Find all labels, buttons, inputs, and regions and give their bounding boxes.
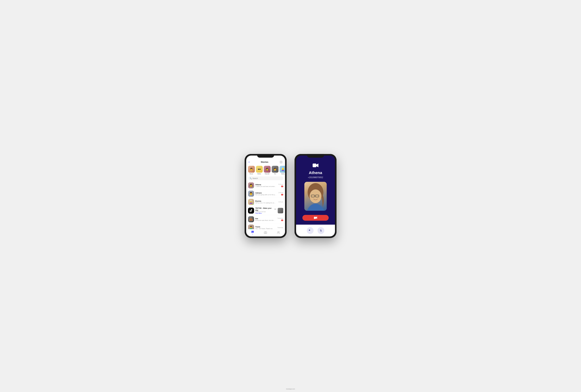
chat-item-adriano[interactable]: 👨 Adriano Are you going with us for the … bbox=[246, 190, 285, 198]
chat-avatar-athena: 👩 bbox=[248, 182, 254, 188]
camera-toggle-button[interactable] bbox=[307, 227, 314, 234]
svg-point-4 bbox=[265, 232, 266, 233]
caller-name: Athena bbox=[309, 170, 322, 175]
story-name-bedro: Bedro bbox=[258, 173, 261, 174]
svg-marker-7 bbox=[316, 164, 318, 167]
chat-preview-liza: Everyone was there, but she was standing… bbox=[255, 220, 276, 221]
chat-preview-athena: I called you and was not answered bbox=[255, 186, 276, 187]
nav-chat-tab[interactable] bbox=[251, 230, 254, 234]
story-tim[interactable]: 🧑 Tim bbox=[272, 166, 278, 174]
chat-name-travis: Travis bbox=[255, 226, 276, 228]
story-bedro[interactable]: 🕶️ Bedro bbox=[256, 166, 263, 174]
chat-info-athena: Athena I called you and was not answered bbox=[255, 184, 277, 187]
ad-subtitle: OPEN IN TIKTOK bbox=[255, 211, 276, 212]
story-name-bruce: Bruce bbox=[250, 173, 253, 174]
tiktok-logo bbox=[248, 208, 254, 214]
chat-avatar-brynna: 👩‍🦳 bbox=[248, 199, 254, 205]
chat-name-adriano: Adriano bbox=[255, 192, 277, 194]
chat-item-brynna[interactable]: 👩‍🦳 Brynna Ok my love, I'm waiting for y… bbox=[246, 198, 285, 206]
video-call-icon bbox=[312, 162, 319, 169]
chat-time-athena: 5:22 pm bbox=[278, 184, 283, 185]
ad-view-more-link[interactable]: View More bbox=[255, 212, 276, 214]
chat-info-travis: Travis You : Ok Travis, Thank you bbox=[255, 226, 276, 229]
chat-item-liza[interactable]: 👜 liza Everyone was there, but she was s… bbox=[246, 215, 285, 224]
ad-thumbnail bbox=[278, 208, 283, 213]
story-hannah[interactable]: 👩 Hannah bbox=[264, 166, 270, 174]
filter-icon[interactable] bbox=[279, 160, 283, 164]
scene: + Stories 👨 bbox=[244, 154, 336, 238]
online-indicator-brynna bbox=[253, 204, 254, 205]
ad-info: TIKTOK - Make your day Ad OPEN IN TIKTOK… bbox=[255, 207, 276, 214]
notch-1 bbox=[257, 154, 274, 158]
chat-avatar-adriano: 👨 bbox=[248, 190, 254, 197]
chat-preview-adriano: Are you going with us for the party ? bbox=[255, 194, 276, 196]
search-bar[interactable]: 🔍 bbox=[248, 176, 283, 180]
chat-avatar-liza: 👜 bbox=[248, 216, 254, 222]
story-avatar-hannah: 👩 bbox=[264, 166, 270, 172]
story-avatar-bruce: 👨 bbox=[248, 166, 255, 172]
chat-meta-brynna: 3:44 am bbox=[278, 201, 283, 203]
incoming-call-screen: Athena +201098070052 bbox=[296, 156, 335, 236]
phone-1-screen: + Stories 👨 bbox=[246, 156, 285, 236]
nav-camera-tab[interactable] bbox=[264, 231, 267, 234]
call-top-section: Athena +201098070052 bbox=[302, 156, 329, 221]
story-avatar-tim: 🧑 bbox=[272, 166, 278, 172]
chat-list: 👩 Athena I called you and was not answer… bbox=[246, 181, 285, 229]
phone-2-screen: Athena +201098070052 bbox=[296, 156, 335, 236]
add-story-button[interactable]: + bbox=[248, 160, 250, 164]
call-bottom-actions bbox=[296, 225, 335, 236]
chat-item-athena[interactable]: 👩 Athena I called you and was not answer… bbox=[246, 181, 285, 190]
chat-info-adriano: Adriano Are you going with us for the pa… bbox=[255, 192, 277, 196]
chat-preview-travis: You : Ok Travis, Thank you bbox=[255, 228, 276, 229]
mic-toggle-button[interactable] bbox=[318, 227, 324, 234]
svg-point-5 bbox=[278, 231, 278, 232]
phone-2: Athena +201098070052 bbox=[294, 154, 336, 238]
badge-adriano: 2 bbox=[281, 194, 283, 196]
stories-chat-screen: + Stories 👨 bbox=[246, 156, 285, 236]
story-avatar-bedro: 🕶️ bbox=[256, 166, 263, 172]
stories-row: 👨 Bruce 🕶️ Bedro 👩 Hanna bbox=[246, 165, 285, 176]
chat-name-athena: Athena bbox=[255, 184, 277, 186]
chat-time-travis: Yesterday bbox=[277, 227, 283, 228]
online-indicator-athena bbox=[253, 187, 254, 188]
decline-call-button[interactable] bbox=[302, 215, 329, 221]
caller-photo bbox=[304, 182, 327, 211]
svg-rect-6 bbox=[313, 164, 316, 167]
story-name-daria: Daria bbox=[281, 173, 284, 174]
chat-meta-athena: 5:22 pm 3 bbox=[278, 184, 283, 187]
chat-meta-liza: Yesterday 4 bbox=[277, 218, 283, 221]
chat-info-liza: liza Everyone was there, but she was sta… bbox=[255, 218, 276, 221]
ad-badge: Ad bbox=[274, 208, 276, 210]
chat-avatar-travis: 👨‍🦱 bbox=[248, 224, 254, 229]
stories-title: Stories bbox=[261, 161, 268, 164]
chat-time-adriano: 2:45 pm bbox=[278, 192, 283, 193]
caller-number: +201098070052 bbox=[308, 176, 323, 179]
chat-name-brynna: Brynna bbox=[255, 200, 277, 202]
chat-info-brynna: Brynna Ok my love, I'm waiting for you 😂… bbox=[255, 200, 277, 204]
chat-preview-brynna: Ok my love, I'm waiting for you 😂😂 bbox=[255, 202, 276, 204]
chat-time-brynna: 3:44 am bbox=[278, 201, 283, 203]
story-name-hannah: Hannah bbox=[265, 173, 270, 174]
chat-name-liza: liza bbox=[255, 218, 276, 220]
chat-meta-adriano: 2:45 pm 2 bbox=[278, 192, 283, 196]
chat-time-liza: Yesterday bbox=[277, 218, 283, 219]
badge-liza: 4 bbox=[281, 220, 283, 221]
phone-1: + Stories 👨 bbox=[244, 154, 286, 238]
nav-people-tab[interactable] bbox=[277, 231, 280, 234]
story-daria[interactable]: 👱‍♀️ Daria bbox=[280, 166, 285, 174]
bottom-nav bbox=[246, 229, 285, 236]
badge-athena: 3 bbox=[281, 186, 283, 187]
story-avatar-daria: 👱‍♀️ bbox=[280, 166, 285, 172]
chat-meta-travis: Yesterday bbox=[277, 227, 283, 228]
story-bruce[interactable]: 👨 Bruce bbox=[248, 166, 255, 174]
notch-2 bbox=[307, 154, 324, 158]
svg-point-16 bbox=[309, 230, 310, 230]
chat-item-travis[interactable]: 👨‍🦱 Travis You : Ok Travis, Thank you Ye… bbox=[246, 224, 285, 229]
ad-title: TIKTOK - Make your day bbox=[255, 207, 274, 211]
nav-chat-dot bbox=[252, 234, 253, 234]
watermark: mostaql.com bbox=[286, 388, 295, 390]
ad-item-tiktok[interactable]: TIKTOK - Make your day Ad OPEN IN TIKTOK… bbox=[246, 206, 285, 215]
story-name-tim: Tim bbox=[274, 173, 276, 174]
search-icon: 🔍 bbox=[250, 177, 252, 179]
search-input[interactable] bbox=[252, 177, 282, 179]
